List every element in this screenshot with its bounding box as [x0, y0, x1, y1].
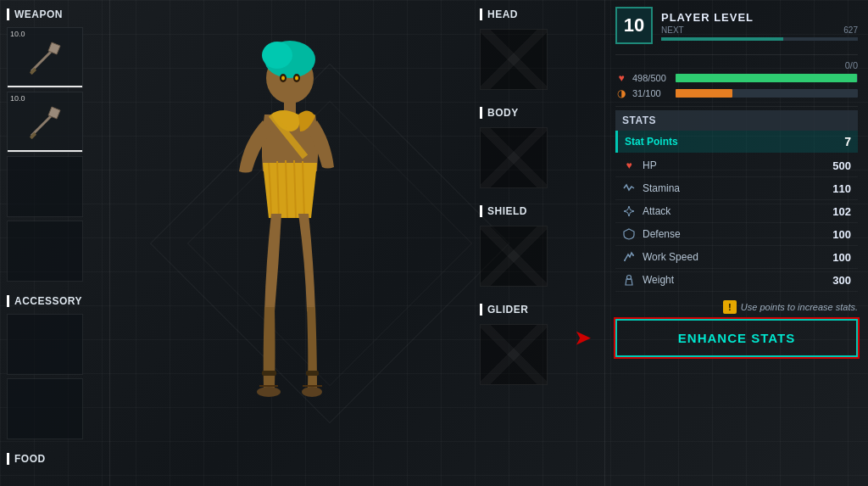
slot-underline — [8, 86, 82, 87]
stats-header: Stats — [615, 110, 858, 131]
head-slot[interactable] — [480, 29, 548, 90]
warning-icon: ! — [723, 300, 737, 314]
hp-stat-value: 500 — [832, 159, 851, 172]
body-section-header: Body — [480, 107, 594, 119]
svg-point-8 — [262, 42, 292, 69]
small-divider — [615, 106, 858, 107]
stamina-stat-value: 110 — [832, 182, 851, 195]
character-figure — [197, 31, 383, 455]
accessory-slot-1[interactable] — [7, 314, 83, 375]
svg-rect-15 — [306, 371, 319, 376]
attack-stat-value: 102 — [832, 205, 851, 218]
accessory-slot-2[interactable] — [7, 378, 83, 439]
header-bar — [7, 8, 9, 20]
hp-icon: ♥ — [615, 72, 627, 84]
level-progress-bar — [661, 37, 858, 41]
hint-text: Use points to increase stats. — [741, 302, 858, 312]
shield-section-header: Shield — [480, 205, 594, 217]
stat-points-value: 7 — [844, 135, 851, 148]
stamina-values: 31/100 — [632, 88, 670, 98]
weight-stat-value: 300 — [832, 274, 851, 287]
stat-row-workspeed: Work Speed 100 — [615, 246, 858, 269]
attack-stat-name: Attack — [643, 205, 670, 217]
body-slot[interactable] — [480, 127, 548, 188]
slot-level: 10.0 — [10, 30, 25, 38]
weight-stat-name: Weight — [643, 274, 674, 286]
left-equipment-panel: Weapon 10.0 10.0 — [0, 0, 110, 486]
head-section-header: Head — [480, 8, 594, 20]
weapon-slot-1[interactable]: 10.0 — [7, 27, 83, 88]
body-label: Body — [487, 107, 519, 119]
level-info: PLAYER LEVEL NEXT 627 — [661, 11, 858, 41]
header-bar — [7, 295, 9, 307]
food-label: Food — [14, 453, 46, 465]
slot-underline — [8, 150, 82, 152]
level-progress-fill — [661, 37, 783, 41]
shield-section: Shield — [480, 205, 594, 287]
glider-slot[interactable] — [480, 324, 548, 385]
svg-rect-14 — [262, 371, 276, 376]
food-section-header: Food — [7, 453, 103, 465]
stat-row-attack: Attack 102 — [615, 200, 858, 223]
weapon-section-header: Weapon — [7, 8, 103, 20]
stamina-icon: ◑ — [615, 87, 627, 99]
header-bar — [480, 8, 482, 20]
svg-point-22 — [632, 254, 634, 256]
defense-stat-icon — [622, 227, 636, 241]
head-section: Head — [480, 8, 594, 90]
hp-values: 498/500 — [632, 73, 670, 83]
next-label: NEXT — [661, 25, 684, 35]
stat-points-label: Stat Points — [625, 136, 678, 148]
player-level-label: PLAYER LEVEL — [661, 11, 858, 24]
hint-row: ! Use points to increase stats. — [615, 300, 858, 314]
character-panel — [110, 0, 470, 486]
weapon-label: Weapon — [14, 8, 63, 20]
header-bar — [480, 304, 482, 316]
stats-panel: 10 PLAYER LEVEL NEXT 627 0/0 ♥ — [605, 0, 868, 486]
glider-label: Glider — [487, 304, 528, 316]
workspeed-stat-icon — [622, 250, 636, 264]
body-section: Body — [480, 107, 594, 188]
stamina-stat-icon — [622, 182, 636, 195]
bottom-section: ! Use points to increase stats. ➤ Enhanc… — [615, 295, 858, 362]
divider — [615, 54, 858, 55]
accessory-section-header: Accessory — [7, 295, 103, 307]
attack-stat-icon — [622, 204, 636, 218]
svg-marker-20 — [624, 206, 634, 216]
weapon-slot-4[interactable] — [7, 221, 83, 282]
hp-extra: 0/0 — [615, 60, 858, 70]
weapon-slot-2[interactable]: 10.0 — [7, 92, 83, 153]
right-equipment-panel: Head Body Shield Glider — [470, 0, 605, 486]
svg-point-11 — [281, 75, 285, 80]
stamina-row: ◑ 31/100 — [615, 87, 858, 99]
player-level-box: 10 PLAYER LEVEL NEXT 627 — [615, 7, 858, 44]
stat-row-defense: Defense 100 — [615, 223, 858, 246]
head-label: Head — [487, 8, 518, 20]
next-xp: 627 — [843, 25, 858, 35]
stat-row-hp: ♥ HP 500 — [615, 154, 858, 177]
workspeed-stat-value: 100 — [832, 251, 851, 264]
glider-section-header: Glider — [480, 304, 594, 316]
stat-row-stamina: Stamina 110 — [615, 177, 858, 200]
hp-bar — [676, 74, 858, 82]
svg-point-12 — [295, 75, 298, 80]
header-bar — [7, 453, 9, 465]
accessory-label: Accessory — [14, 295, 82, 307]
defense-stat-name: Defense — [643, 228, 681, 240]
hp-stat-icon: ♥ — [622, 159, 636, 172]
hp-stat-name: HP — [643, 159, 657, 171]
weight-stat-icon — [622, 273, 636, 287]
shield-slot[interactable] — [480, 226, 548, 287]
enhance-stats-button[interactable]: Enhance Stats — [615, 319, 858, 357]
weapon-icon-1 — [25, 37, 65, 78]
hp-row: ♥ 498/500 — [615, 72, 858, 84]
svg-point-16 — [257, 387, 281, 397]
stamina-bar-fill — [676, 89, 732, 98]
stamina-bar — [676, 89, 858, 98]
slot-level: 10.0 — [10, 94, 25, 103]
level-number: 10 — [615, 7, 653, 44]
arrow-indicator: ➤ — [575, 327, 590, 349]
weapon-slot-3[interactable] — [7, 156, 83, 217]
stat-points-row: Stat Points 7 — [615, 131, 858, 153]
svg-point-17 — [302, 387, 322, 397]
